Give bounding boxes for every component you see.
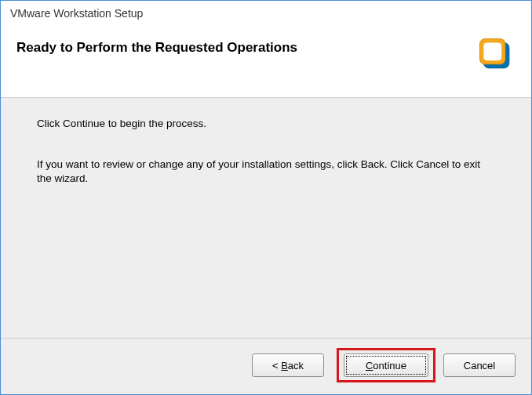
wizard-header: Ready to Perform the Requested Operation… [1,23,531,97]
installer-window: VMware Workstation Setup Ready to Perfor… [0,0,532,395]
back-prefix: < [272,360,281,371]
wizard-content: Click Continue to begin the process. If … [1,97,531,339]
continue-rest: ontinue [373,360,406,371]
back-rest: ack [288,360,304,371]
instruction-text-2: If you want to review or change any of y… [37,158,495,186]
instruction-text-1: Click Continue to begin the process. [37,117,495,131]
cancel-button[interactable]: Cancel [443,353,516,377]
back-accel: B [281,360,288,371]
continue-button[interactable]: Continue [344,353,428,377]
vmware-logo-icon [475,34,516,74]
svg-rect-2 [483,42,501,60]
wizard-footer: < Back Continue Cancel [1,339,531,394]
back-button[interactable]: < Back [252,353,324,377]
page-title: Ready to Perform the Requested Operation… [16,34,297,56]
continue-accel: C [366,360,373,371]
continue-highlight: Continue [337,348,435,382]
window-title: VMware Workstation Setup [1,1,531,23]
